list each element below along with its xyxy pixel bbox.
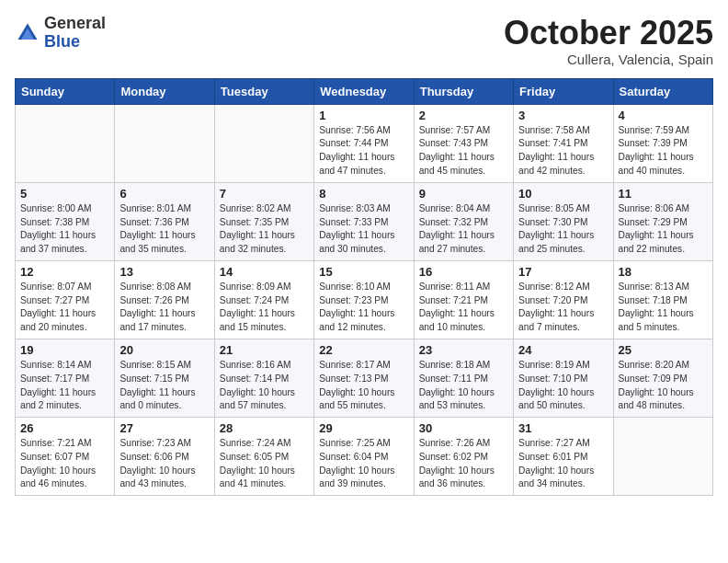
calendar-week-row: 26Sunrise: 7:21 AM Sunset: 6:07 PM Dayli… [16,418,713,496]
cell-info-text: Sunrise: 8:13 AM Sunset: 7:18 PM Dayligh… [619,281,708,335]
calendar-cell: 11Sunrise: 8:06 AM Sunset: 7:29 PM Dayli… [613,182,712,260]
cell-date-number: 5 [20,187,109,201]
calendar-cell: 12Sunrise: 8:07 AM Sunset: 7:27 PM Dayli… [16,260,115,339]
cell-info-text: Sunrise: 8:10 AM Sunset: 7:23 PM Dayligh… [319,281,408,335]
calendar-cell: 31Sunrise: 7:27 AM Sunset: 6:01 PM Dayli… [514,418,613,496]
cell-info-text: Sunrise: 8:03 AM Sunset: 7:33 PM Dayligh… [319,202,408,257]
cell-info-text: Sunrise: 8:18 AM Sunset: 7:11 PM Dayligh… [419,359,508,413]
logo: General Blue [15,15,106,52]
cell-date-number: 8 [319,187,408,201]
cell-date-number: 21 [220,343,309,357]
calendar-cell: 30Sunrise: 7:26 AM Sunset: 6:02 PM Dayli… [414,418,513,496]
calendar-cell: 2Sunrise: 7:57 AM Sunset: 7:43 PM Daylig… [414,104,513,182]
cell-info-text: Sunrise: 7:59 AM Sunset: 7:39 PM Dayligh… [619,124,708,178]
cell-date-number: 13 [119,265,209,279]
cell-info-text: Sunrise: 7:23 AM Sunset: 6:06 PM Dayligh… [119,437,209,491]
cell-date-number: 29 [319,421,408,435]
cell-date-number: 31 [518,421,608,435]
cell-date-number: 12 [20,265,109,279]
calendar-cell: 10Sunrise: 8:05 AM Sunset: 7:30 PM Dayli… [514,182,613,260]
calendar-cell: 27Sunrise: 7:23 AM Sunset: 6:06 PM Dayli… [115,418,214,496]
cell-date-number: 30 [419,421,508,435]
weekday-header-saturday: Saturday [613,78,712,104]
weekday-header-monday: Monday [115,78,214,104]
calendar-week-row: 19Sunrise: 8:14 AM Sunset: 7:17 PM Dayli… [16,339,713,417]
cell-info-text: Sunrise: 8:02 AM Sunset: 7:35 PM Dayligh… [220,202,309,257]
weekday-header-friday: Friday [514,78,613,104]
calendar-cell: 13Sunrise: 8:08 AM Sunset: 7:26 PM Dayli… [115,260,214,339]
cell-info-text: Sunrise: 7:26 AM Sunset: 6:02 PM Dayligh… [419,437,508,491]
calendar-cell [613,418,712,496]
calendar-cell: 9Sunrise: 8:04 AM Sunset: 7:32 PM Daylig… [414,182,513,260]
calendar-week-row: 12Sunrise: 8:07 AM Sunset: 7:27 PM Dayli… [16,260,713,339]
weekday-header-sunday: Sunday [16,78,115,104]
cell-info-text: Sunrise: 7:57 AM Sunset: 7:43 PM Dayligh… [419,124,508,178]
weekday-header-thursday: Thursday [414,78,513,104]
cell-info-text: Sunrise: 8:06 AM Sunset: 7:29 PM Dayligh… [619,202,708,257]
cell-info-text: Sunrise: 7:27 AM Sunset: 6:01 PM Dayligh… [518,437,608,491]
cell-info-text: Sunrise: 8:05 AM Sunset: 7:30 PM Dayligh… [518,202,608,257]
cell-info-text: Sunrise: 7:21 AM Sunset: 6:07 PM Dayligh… [20,437,109,491]
cell-info-text: Sunrise: 8:04 AM Sunset: 7:32 PM Dayligh… [419,202,508,257]
cell-info-text: Sunrise: 7:56 AM Sunset: 7:44 PM Dayligh… [319,124,408,178]
calendar-cell: 29Sunrise: 7:25 AM Sunset: 6:04 PM Dayli… [314,418,414,496]
cell-info-text: Sunrise: 8:20 AM Sunset: 7:09 PM Dayligh… [619,359,708,413]
cell-date-number: 26 [20,421,109,435]
cell-info-text: Sunrise: 8:07 AM Sunset: 7:27 PM Dayligh… [20,281,109,335]
cell-date-number: 3 [518,109,608,122]
cell-info-text: Sunrise: 7:24 AM Sunset: 6:05 PM Dayligh… [220,437,309,491]
calendar-cell: 7Sunrise: 8:02 AM Sunset: 7:35 PM Daylig… [214,182,313,260]
calendar-cell: 21Sunrise: 8:16 AM Sunset: 7:14 PM Dayli… [214,339,313,417]
page-header: General Blue October 2025 Cullera, Valen… [15,15,713,67]
cell-date-number: 17 [518,265,608,279]
calendar-cell: 20Sunrise: 8:15 AM Sunset: 7:15 PM Dayli… [115,339,214,417]
cell-info-text: Sunrise: 8:19 AM Sunset: 7:10 PM Dayligh… [518,359,608,413]
cell-date-number: 18 [619,265,708,279]
cell-date-number: 24 [518,343,608,357]
calendar-cell: 16Sunrise: 8:11 AM Sunset: 7:21 PM Dayli… [414,260,513,339]
calendar-cell [214,104,313,182]
calendar-cell: 5Sunrise: 8:00 AM Sunset: 7:38 PM Daylig… [16,182,115,260]
cell-date-number: 6 [119,187,209,201]
cell-date-number: 2 [419,109,508,122]
location: Cullera, Valencia, Spain [504,52,713,67]
cell-info-text: Sunrise: 7:25 AM Sunset: 6:04 PM Dayligh… [319,437,408,491]
cell-date-number: 10 [518,187,608,201]
calendar-cell [115,104,214,182]
weekday-header-tuesday: Tuesday [214,78,313,104]
calendar-week-row: 1Sunrise: 7:56 AM Sunset: 7:44 PM Daylig… [16,104,713,182]
cell-info-text: Sunrise: 8:09 AM Sunset: 7:24 PM Dayligh… [220,281,309,335]
calendar-cell: 25Sunrise: 8:20 AM Sunset: 7:09 PM Dayli… [613,339,712,417]
calendar-cell: 26Sunrise: 7:21 AM Sunset: 6:07 PM Dayli… [16,418,115,496]
calendar-cell: 14Sunrise: 8:09 AM Sunset: 7:24 PM Dayli… [214,260,313,339]
cell-info-text: Sunrise: 8:14 AM Sunset: 7:17 PM Dayligh… [20,359,109,413]
cell-date-number: 23 [419,343,508,357]
cell-info-text: Sunrise: 7:58 AM Sunset: 7:41 PM Dayligh… [518,124,608,178]
cell-date-number: 27 [119,421,209,435]
calendar-cell: 1Sunrise: 7:56 AM Sunset: 7:44 PM Daylig… [314,104,414,182]
cell-date-number: 9 [419,187,508,201]
cell-info-text: Sunrise: 8:01 AM Sunset: 7:36 PM Dayligh… [119,202,209,257]
calendar-cell: 3Sunrise: 7:58 AM Sunset: 7:41 PM Daylig… [514,104,613,182]
calendar-cell: 28Sunrise: 7:24 AM Sunset: 6:05 PM Dayli… [214,418,313,496]
cell-info-text: Sunrise: 8:15 AM Sunset: 7:15 PM Dayligh… [119,359,209,413]
calendar-table: SundayMondayTuesdayWednesdayThursdayFrid… [15,78,713,497]
calendar-cell: 4Sunrise: 7:59 AM Sunset: 7:39 PM Daylig… [613,104,712,182]
cell-date-number: 16 [419,265,508,279]
cell-info-text: Sunrise: 8:12 AM Sunset: 7:20 PM Dayligh… [518,281,608,335]
calendar-week-row: 5Sunrise: 8:00 AM Sunset: 7:38 PM Daylig… [16,182,713,260]
cell-date-number: 4 [619,109,708,122]
month-title: October 2025 [504,15,713,52]
calendar-cell: 19Sunrise: 8:14 AM Sunset: 7:17 PM Dayli… [16,339,115,417]
calendar-cell: 15Sunrise: 8:10 AM Sunset: 7:23 PM Dayli… [314,260,414,339]
cell-date-number: 19 [20,343,109,357]
logo-text: General Blue [44,15,106,52]
calendar-cell: 24Sunrise: 8:19 AM Sunset: 7:10 PM Dayli… [514,339,613,417]
title-block: October 2025 Cullera, Valencia, Spain [504,15,713,67]
calendar-cell: 18Sunrise: 8:13 AM Sunset: 7:18 PM Dayli… [613,260,712,339]
calendar-cell: 6Sunrise: 8:01 AM Sunset: 7:36 PM Daylig… [115,182,214,260]
cell-date-number: 25 [619,343,708,357]
cell-date-number: 7 [220,187,309,201]
cell-date-number: 28 [220,421,309,435]
weekday-header-wednesday: Wednesday [314,78,414,104]
